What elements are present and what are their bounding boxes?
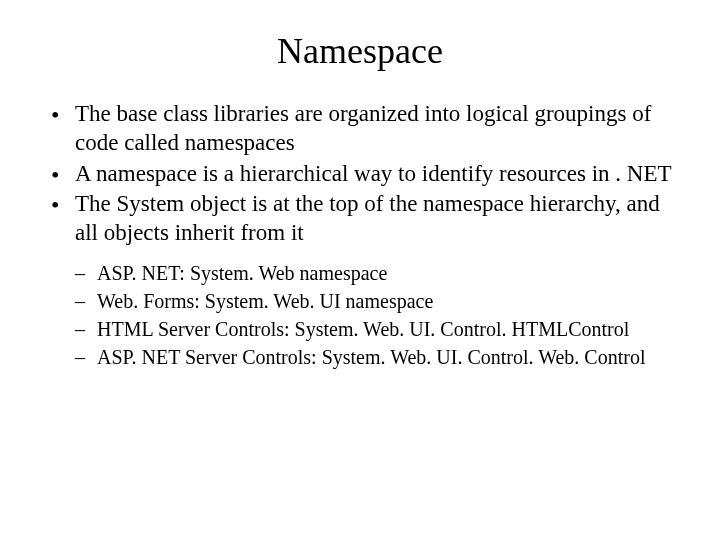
sub-bullet-item: ASP. NET Server Controls: System. Web. U… (75, 344, 675, 370)
page-title: Namespace (45, 30, 675, 72)
sub-bullet-item: HTML Server Controls: System. Web. UI. C… (75, 316, 675, 342)
sub-bullet-item: ASP. NET: System. Web namespace (75, 260, 675, 286)
bullet-item: The System object is at the top of the n… (45, 190, 675, 248)
sub-bullet-item: Web. Forms: System. Web. UI namespace (75, 288, 675, 314)
main-bullet-list: The base class libraries are organized i… (45, 100, 675, 248)
sub-bullet-list: ASP. NET: System. Web namespace Web. For… (75, 260, 675, 370)
bullet-item: The base class libraries are organized i… (45, 100, 675, 158)
bullet-item: A namespace is a hierarchical way to ide… (45, 160, 675, 189)
